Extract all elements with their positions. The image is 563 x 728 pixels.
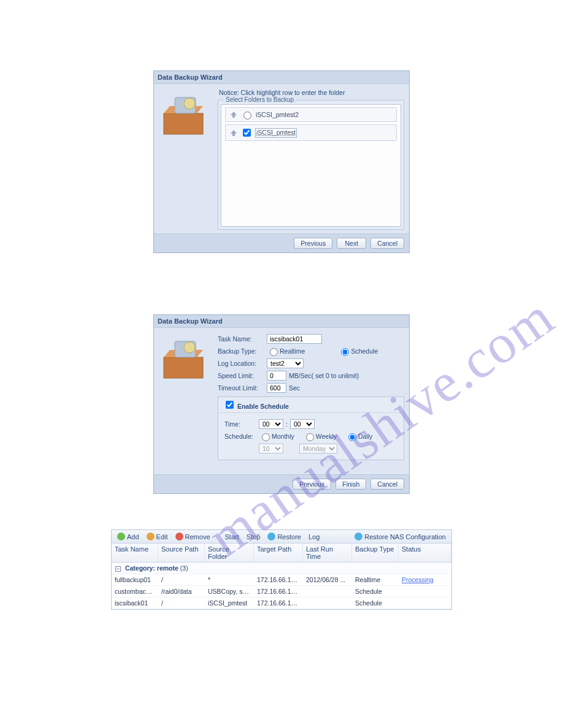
add-button[interactable]: Add [114,532,142,541]
col-task-name[interactable]: Task Name [112,544,158,562]
wizard-illustration [154,84,213,233]
task-name-label: Task Name: [218,335,267,343]
backup-box-icon [158,89,209,140]
speed-limit-label: Speed Limit: [218,372,267,379]
previous-button[interactable]: Previous [294,238,332,249]
daily-radio[interactable] [348,433,356,441]
next-button[interactable]: Next [337,238,366,249]
folder-list: iSCSI_pmtest2 iSCSI_pmtest [221,104,401,227]
restore-icon [354,533,362,540]
start-button[interactable]: Start [222,533,242,541]
time-hour-select[interactable]: 00 [259,419,283,429]
wizard-title: Data Backup Wizard [154,71,409,83]
time-minute-select[interactable]: 00 [290,419,315,429]
enable-schedule-label: Enable Schedule [237,403,289,410]
backup-box-icon [158,333,209,384]
col-source-folder[interactable]: Source Folder [205,544,254,562]
backup-wizard-schedule: Data Backup Wizard Task Name: Backup Typ… [153,314,410,494]
col-source-path[interactable]: Source Path [158,544,205,562]
stop-button[interactable]: Stop [243,533,264,541]
collapse-icon[interactable]: − [115,566,121,572]
grid-toolbar: Add Edit Remove Start Stop Restore Log R… [112,530,451,544]
backup-task-grid: Add Edit Remove Start Stop Restore Log R… [111,529,452,610]
log-location-label: Log Location: [218,360,267,367]
restore-button[interactable]: Restore [264,532,304,541]
monthly-radio[interactable] [262,433,270,441]
table-row[interactable]: customback01 /raid0/data USBCopy, sna...… [112,586,451,597]
notice-text: Notice: Click highlight row to enter the… [219,89,404,96]
daily-option: Daily [358,433,372,440]
col-last-run[interactable]: Last Run Time [303,544,352,562]
timeout-limit-unit: Sec [289,384,300,392]
edit-icon [147,533,155,540]
timeout-limit-label: Timeout Limit: [218,384,267,392]
folder-label: iSCSI_pmtest2 [256,111,299,118]
timeout-limit-input[interactable] [267,383,286,393]
monthly-option: Monthly [272,433,294,440]
group-row[interactable]: − Category: remote (3) [112,563,451,574]
cancel-button[interactable]: Cancel [370,479,404,490]
fieldset-legend: Select Folders to Backup [223,96,296,103]
folder-up-icon [229,110,238,119]
table-row[interactable]: fullbackup01 / * 172.16.66.11... 2012/06… [112,574,451,586]
time-label: Time: [224,420,259,428]
log-button[interactable]: Log [305,533,323,541]
edit-button[interactable]: Edit [144,532,171,541]
svg-rect-4 [164,357,203,378]
speed-limit-input[interactable] [267,371,286,381]
add-icon [117,533,125,540]
folder-row[interactable]: iSCSI_pmtest [225,124,397,141]
wizard-illustration [154,328,213,474]
folder-label: iSCSI_pmtest [255,128,297,138]
realtime-radio[interactable] [270,348,278,356]
schedule-option: Schedule [351,347,378,355]
folder-row[interactable]: iSCSI_pmtest2 [225,107,397,122]
schedule-label: Schedule: [224,433,259,440]
svg-rect-0 [164,113,203,134]
backup-wizard-folder-select: Data Backup Wizard Notice: Click highlig… [153,70,410,253]
col-target-path[interactable]: Target Path [254,544,303,562]
status-processing[interactable]: Processing [402,576,434,583]
wizard-title: Data Backup Wizard [154,315,409,327]
folder-radio[interactable] [243,112,251,119]
folder-checkbox[interactable] [243,129,251,137]
speed-limit-unit: MB/Sec( set 0 to unlimit) [289,372,359,379]
schedule-radio[interactable] [341,348,349,356]
restore-icon [267,533,275,540]
folder-up-icon [229,129,238,137]
backup-type-label: Backup Type: [218,347,267,355]
svg-point-3 [184,98,195,109]
realtime-option: Realtime [280,347,305,355]
finish-button[interactable]: Finish [335,479,366,490]
column-headers: Task Name Source Path Source Folder Targ… [112,544,451,563]
schedule-weekday-select: Monday [299,444,337,453]
log-location-select[interactable]: test2 [267,358,304,368]
col-status[interactable]: Status [399,544,451,562]
restore-nas-config-button[interactable]: Restore NAS Configuration [351,532,449,541]
previous-button[interactable]: Previous [293,479,331,490]
cancel-button[interactable]: Cancel [370,238,404,249]
col-backup-type[interactable]: Backup Type [352,544,399,562]
svg-point-7 [184,342,195,353]
weekly-radio[interactable] [306,433,314,441]
task-name-input[interactable] [267,334,322,344]
table-row[interactable]: iscsiback01 / iSCSI_pmtest 172.16.66.11.… [112,597,451,609]
enable-schedule-checkbox[interactable] [226,401,234,409]
schedule-fieldset: Enable Schedule Time: 00 : 00 Schedule: [218,396,404,460]
schedule-day-select: 10 [259,444,283,453]
weekly-option: Weekly [316,433,337,440]
remove-button[interactable]: Remove [172,532,213,541]
remove-icon [175,533,183,540]
